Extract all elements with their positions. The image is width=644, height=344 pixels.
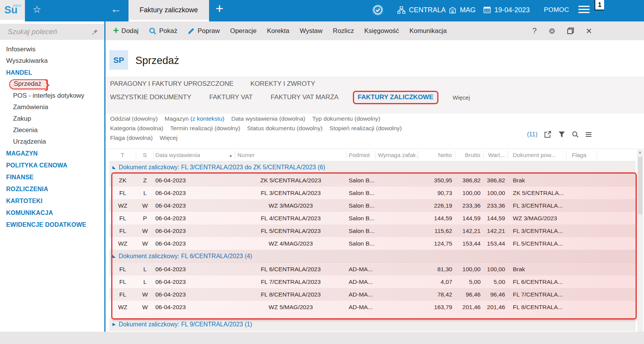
sidebar-item-zamówienia[interactable]: Zamówienia — [0, 102, 104, 113]
sidebar-item-handel[interactable]: HANDEL — [0, 67, 104, 79]
tab-faktury-vat-marża[interactable]: FAKTURY VAT MARŻA — [271, 93, 339, 101]
filter-status-dokumentu[interactable]: Status dokumentu (dowolny) — [247, 125, 322, 132]
toolbar-dodaj[interactable]: +Dodaj — [113, 26, 138, 36]
favorites-star-icon[interactable]: ☆ — [33, 4, 41, 15]
table-row[interactable]: FLW06-04-2023FL 8/CENTRALA/2023AD-MA...7… — [109, 288, 636, 301]
toolbar-komunikacja[interactable]: Komunikacja — [409, 27, 446, 35]
tab-faktury-zaliczkowe[interactable]: FAKTURY ZALICZKOWE — [358, 93, 433, 101]
column-header-wymaga[interactable]: Wymaga zafak... — [376, 151, 418, 159]
filter-magazyn[interactable]: Magazyn (z kontekstu) — [165, 115, 224, 122]
new-tab-button[interactable]: + — [216, 1, 223, 16]
back-arrow-icon[interactable]: ← — [110, 3, 122, 15]
warehouse-selector[interactable]: MAG — [449, 0, 476, 20]
column-header-brutto[interactable]: Brutto — [455, 151, 484, 159]
toolbar-operacje[interactable]: Operacje — [230, 27, 257, 35]
sidebar-item-kartoteki[interactable]: KARTOTEKI — [0, 195, 104, 207]
cell-wartosc: 142,21 — [484, 228, 508, 234]
sidebar-item-magazyn[interactable]: MAGAZYN — [0, 147, 104, 159]
filter-flaga[interactable]: Flaga (dowolna) — [110, 134, 153, 141]
toolbar-pokaż[interactable]: Pokaż — [149, 27, 177, 35]
annotation-tab-highlight: FAKTURY ZALICZKOWE — [353, 91, 438, 104]
column-header-numer[interactable]: Numer — [235, 151, 346, 159]
sidebar-item-polityka-cenowa[interactable]: POLITYKA CENOWA — [0, 159, 104, 171]
sidebar-item-urządzenia[interactable]: Urządzenia — [0, 136, 104, 147]
sidebar-item-ewidencje-dodatkowe[interactable]: EWIDENCJE DODATKOWE — [0, 219, 104, 231]
sidebar-item-finanse[interactable]: FINANSE — [0, 171, 104, 183]
active-window-tab-label: Faktury zaliczkowe — [140, 6, 198, 14]
scrollbar-up-arrow[interactable]: ▲ — [638, 150, 642, 154]
table-row[interactable]: FLW06-04-2023FL 5/CENTRALA/2023Salon B..… — [109, 224, 636, 237]
toolbar-korekta[interactable]: Korekta — [267, 27, 290, 35]
group-row-fl-3-centrala-2023-do-zk-5-centrala-2023[interactable]: ◣Dokument zaliczkowy: FL 3/CENTRALA/2023… — [109, 161, 636, 174]
filter-termin-realizacji[interactable]: Termin realizacji (dowolny) — [170, 125, 240, 132]
sidebar-item-pos-interfejs-dotykowy[interactable]: POS - interfejs dotykowy — [0, 90, 104, 102]
filter-data-wystawienia[interactable]: Data wystawienia (dowolna) — [231, 115, 305, 122]
group-gap — [109, 313, 636, 318]
export-icon[interactable] — [544, 131, 552, 138]
sidebar-item-zlecenia[interactable]: Zlecenia — [0, 124, 104, 136]
sidebar-item-rozliczenia[interactable]: ROZLICZENIA — [0, 183, 104, 195]
table-row[interactable]: WZW06-04-2023WZ 4/MAG/2023Salon B...124,… — [109, 237, 636, 250]
column-header-t[interactable]: T — [109, 151, 136, 159]
table-row[interactable]: FLL06-04-2023FL 7/CENTRALA/2023AD-MA...4… — [109, 275, 636, 288]
table-row[interactable]: WZW06-04-2023WZ 3/MAG/2023Salon B...226,… — [109, 199, 636, 212]
column-header-s[interactable]: S — [136, 151, 154, 159]
working-date-selector[interactable]: 19-04-2023 — [483, 0, 530, 20]
tab-faktury-vat[interactable]: FAKTURY VAT — [209, 93, 253, 101]
column-header-flaga[interactable]: Flaga — [567, 151, 597, 159]
filter-funnel-icon[interactable] — [558, 131, 565, 138]
status-check-icon[interactable] — [372, 0, 384, 20]
toolbar-rozlicz[interactable]: Rozlicz — [333, 27, 354, 35]
table-row[interactable]: ZKZ06-04-2023ZK 5/CENTRALA/2023Salon B..… — [109, 174, 636, 187]
app-logo[interactable]: Su PRO — [0, 0, 25, 20]
table-row[interactable]: FLL06-04-2023FL 6/CENTRALA/2023AD-MA...8… — [109, 263, 636, 275]
search-grid-icon[interactable] — [572, 131, 579, 138]
filter-kategoria[interactable]: Kategoria (dowolna) — [110, 125, 163, 132]
column-header-podmiot[interactable]: Podmiot — [346, 151, 376, 159]
filter-stopień-realizacji[interactable]: Stopień realizacji (dowolny) — [329, 125, 402, 132]
scrollbar-thumb[interactable] — [638, 157, 642, 215]
gear-icon[interactable]: ⚙ — [548, 26, 555, 36]
cell-podmiot: Salon B... — [346, 177, 376, 184]
toolbar-popraw[interactable]: Popraw — [188, 27, 220, 35]
column-header-wartosc[interactable]: Wart... — [484, 151, 508, 159]
filter-więcej[interactable]: Więcej — [160, 134, 178, 141]
help-icon[interactable]: ? — [532, 26, 537, 35]
filter-typ-dokumentu[interactable]: Typ dokumentu (dowolny) — [312, 115, 380, 122]
filter-value: (dowolny) — [295, 125, 323, 131]
table-row[interactable]: FLP06-04-2023FL 4/CENTRALA/2023Salon B..… — [109, 212, 636, 224]
table-header: TSData wystawienia▲NumerPodmiotWymaga za… — [109, 149, 636, 161]
hamburger-menu-icon[interactable] — [578, 6, 590, 15]
cell-brutto: 153,44 — [455, 240, 484, 247]
toolbar-wystaw[interactable]: Wystaw — [300, 27, 323, 35]
table-row[interactable]: WZW06-04-2023WZ 5/MAG/2023AD-MA...163,79… — [109, 301, 636, 313]
close-icon[interactable]: ✕ — [586, 26, 592, 36]
tab-paragony-i-faktury-uproszczone[interactable]: PARAGONY I FAKTURY UPROSZCZONE — [110, 80, 234, 88]
tab-wszystkie-dokumenty[interactable]: WSZYSTKIE DOKUMENTY — [110, 93, 191, 101]
table-row[interactable]: FLL06-04-2023FL 3/CENTRALA/2023Salon B..… — [109, 187, 636, 199]
building-icon — [449, 6, 456, 14]
list-view-icon[interactable] — [586, 131, 591, 138]
column-header-data_wystawienia[interactable]: Data wystawienia▲ — [154, 151, 235, 159]
help-menu[interactable]: POMOC — [544, 0, 569, 20]
group-row-fl-9-centrala-2023[interactable]: ▶Dokument zaliczkowy: FL 9/CENTRALA/2023… — [109, 318, 636, 331]
tab-korekty-i-zwroty[interactable]: KOREKTY I ZWROTY — [250, 80, 315, 88]
branch-selector[interactable]: CENTRALA — [397, 0, 446, 20]
tab-więcej[interactable]: Więcej — [453, 94, 470, 101]
restore-window-icon[interactable] — [567, 28, 574, 34]
annotation-sidebar-highlight: Sprzedaż — [9, 79, 46, 89]
sidebar-item-komunikacja[interactable]: KOMUNIKACJA — [0, 207, 104, 219]
sidebar-item-wyszukiwarka[interactable]: Wyszukiwarka — [0, 55, 104, 67]
group-row-fl-6-centrala-2023[interactable]: ◣Dokument zaliczkowy: FL 6/CENTRALA/2023… — [109, 250, 636, 263]
sidebar-item-zakup[interactable]: Zakup — [0, 113, 104, 124]
pin-icon[interactable] — [92, 29, 98, 35]
command-search-input[interactable]: Szukaj poleceń — [0, 24, 104, 40]
column-header-netto[interactable]: Netto — [418, 151, 455, 159]
sidebar-item-sprzedaż[interactable]: Sprzedaż — [0, 79, 104, 90]
cell-t: WZ — [109, 202, 136, 209]
filter-oddział[interactable]: Oddział (dowolny) — [110, 115, 158, 122]
column-header-dokument_pow[interactable]: Dokument pow... — [508, 151, 567, 159]
toolbar-księgowość[interactable]: Księgowość — [364, 27, 399, 35]
sidebar-item-infoserwis[interactable]: Infoserwis — [0, 44, 104, 55]
active-window-tab[interactable]: Faktury zaliczkowe — [128, 0, 209, 20]
